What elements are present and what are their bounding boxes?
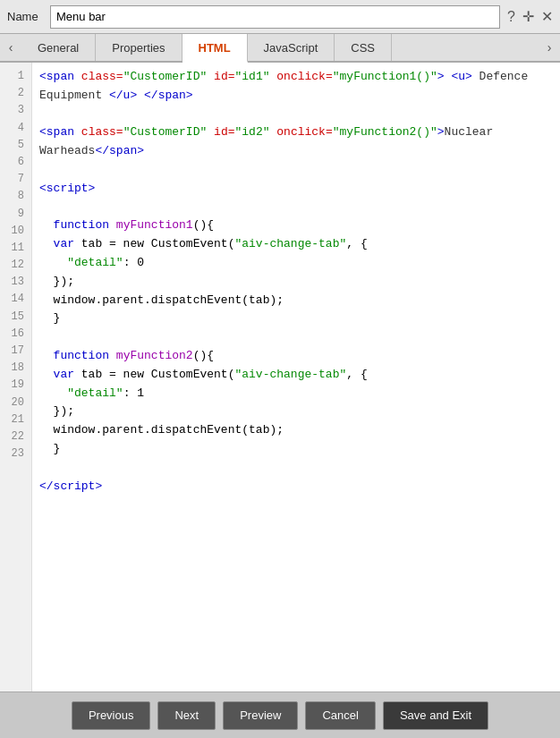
- name-label: Name: [7, 10, 43, 23]
- line-numbers: 1 2 3 4 5 6 7 8 9 10 11 12 13 14 15 16 1…: [0, 63, 32, 691]
- tab-css[interactable]: CSS: [335, 34, 392, 61]
- move-icon[interactable]: ✛: [522, 8, 534, 25]
- cancel-button[interactable]: Cancel: [305, 701, 375, 730]
- name-input[interactable]: [50, 5, 500, 29]
- footer: Previous Next Preview Cancel Save and Ex…: [0, 691, 560, 738]
- tab-javascript[interactable]: JavaScript: [248, 34, 335, 61]
- previous-button[interactable]: Previous: [72, 701, 151, 730]
- next-button[interactable]: Next: [157, 701, 216, 730]
- tab-html[interactable]: HTML: [182, 34, 248, 63]
- code-editor[interactable]: <span class="CustomerID" id="id1" onclic…: [32, 63, 560, 691]
- preview-button[interactable]: Preview: [223, 701, 298, 730]
- header-icons: ? ✛ ✕: [507, 8, 553, 25]
- tabs-bar: ‹ General Properties HTML JavaScript CSS…: [0, 34, 560, 63]
- tabs-right-arrow[interactable]: ›: [539, 34, 560, 61]
- tab-general[interactable]: General: [21, 34, 96, 61]
- code-area: 1 2 3 4 5 6 7 8 9 10 11 12 13 14 15 16 1…: [0, 63, 560, 691]
- close-icon[interactable]: ✕: [541, 8, 553, 25]
- header: Name ? ✛ ✕: [0, 0, 560, 34]
- help-icon[interactable]: ?: [507, 9, 515, 25]
- save-exit-button[interactable]: Save and Exit: [383, 701, 488, 730]
- tabs-left-arrow[interactable]: ‹: [0, 34, 21, 61]
- tab-properties[interactable]: Properties: [96, 34, 182, 61]
- tabs-container: General Properties HTML JavaScript CSS: [21, 34, 539, 61]
